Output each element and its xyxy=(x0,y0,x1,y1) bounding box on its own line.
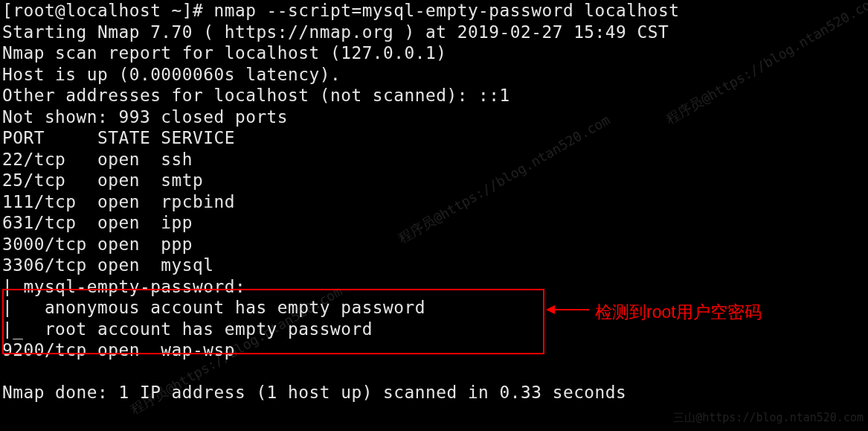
output-line: | anonymous account has empty password xyxy=(2,297,679,319)
output-line: 9200/tcp open wap-wsp xyxy=(2,339,679,361)
output-line: | mysql-empty-password: xyxy=(2,276,679,298)
output-line: 111/tcp open rpcbind xyxy=(2,191,679,213)
output-line: Host is up (0.0000060s latency). xyxy=(2,64,679,86)
output-line: Nmap done: 1 IP address (1 host up) scan… xyxy=(2,382,679,403)
output-line: 22/tcp open ssh xyxy=(2,149,679,170)
watermark-footer: 三山@https://blog.ntan520.com xyxy=(673,407,864,429)
output-line: 25/tcp open smtp xyxy=(2,170,679,191)
output-line: Other addresses for localhost (not scann… xyxy=(2,85,679,106)
output-line: 3306/tcp open mysql xyxy=(2,255,679,276)
output-line: 3000/tcp open ppp xyxy=(2,234,679,255)
output-line: |_ root account has empty password xyxy=(2,319,679,340)
output-line: Starting Nmap 7.70 ( https://nmap.org ) … xyxy=(2,22,679,43)
shell-command[interactable]: nmap --script=mysql-empty-password local… xyxy=(214,1,680,20)
output-line: PORT STATE SERVICE xyxy=(2,127,679,149)
output-line xyxy=(2,361,679,383)
watermark-diagonal: 程序员@https://blog.ntan520.com xyxy=(662,0,868,130)
terminal-output: [root@localhost ~]# nmap --script=mysql-… xyxy=(0,0,681,403)
output-line: Not shown: 993 closed ports xyxy=(2,106,679,128)
output-line: Nmap scan report for localhost (127.0.0.… xyxy=(2,42,679,64)
shell-prompt: [root@localhost ~]# xyxy=(2,1,214,20)
annotation-text: 检测到root用户空密码 xyxy=(595,301,762,323)
output-line: 631/tcp open ipp xyxy=(2,212,679,234)
